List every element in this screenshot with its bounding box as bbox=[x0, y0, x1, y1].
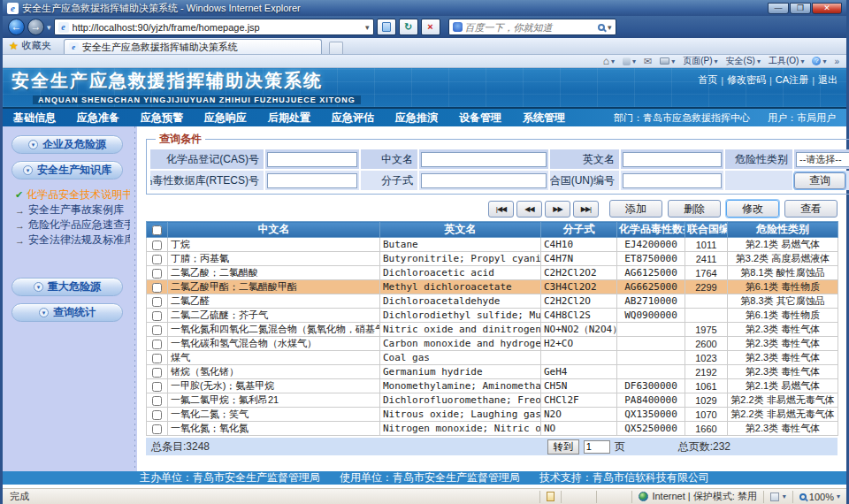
search-dropdown-icon[interactable]: ▾ bbox=[608, 23, 612, 32]
row-checkbox[interactable] bbox=[152, 340, 162, 349]
refresh-button[interactable]: ↻ bbox=[399, 19, 418, 35]
modify-button[interactable]: 修改 bbox=[726, 200, 779, 218]
table-row[interactable]: 二氯乙酸；二氯醋酸Dichloroacetic acidC2H2Cl2O2AG6… bbox=[147, 266, 838, 280]
header-link-2[interactable]: CA注册 bbox=[776, 73, 808, 87]
table-row[interactable]: 一氟二氯甲烷；氟利昂21Dichlorofluoromethane; Freon… bbox=[147, 393, 838, 408]
cas-input[interactable] bbox=[267, 152, 357, 167]
help-menu[interactable]: ?▾ bbox=[812, 57, 826, 65]
table-row[interactable]: 一氧化氮和四氧化二氮混合物（氮氧化物，硝基气，氧化氮气体）Nitric oxid… bbox=[147, 323, 838, 337]
row-checkbox[interactable] bbox=[152, 241, 162, 250]
search-box[interactable]: ▾ bbox=[448, 19, 616, 35]
search-button[interactable]: 查询 bbox=[794, 172, 845, 189]
menu-item-4[interactable]: 后期处置 bbox=[268, 111, 310, 126]
row-checkbox[interactable] bbox=[152, 424, 162, 434]
forward-button[interactable]: → bbox=[27, 19, 44, 35]
table-row[interactable]: 一氧化氮；氧化氮Nitrogen monoxide; Nitric oxideN… bbox=[147, 422, 838, 436]
row-checkbox[interactable] bbox=[152, 255, 162, 264]
row-checkbox[interactable] bbox=[152, 396, 162, 406]
row-checkbox[interactable] bbox=[152, 354, 162, 363]
sidebar-group-2[interactable]: ▾重大危险源 bbox=[11, 278, 123, 296]
main-panel: 查询条件 化学品登记(CAS)号 中文名 英文名 危险性类别 --请选择-- ▼ bbox=[137, 126, 846, 471]
view-button[interactable]: 查看 bbox=[784, 200, 838, 218]
close-button[interactable]: ✕ bbox=[812, 3, 842, 14]
browser-tab[interactable]: e 安全生产应急救援指挥辅助决策系统 bbox=[64, 39, 322, 54]
row-checkbox[interactable] bbox=[152, 368, 162, 378]
menu-item-3[interactable]: 应急响应 bbox=[204, 111, 247, 126]
table-row[interactable]: 二氯乙酸甲酯；二氯醋酸甲酯Methyl dichloroacetateC3H4C… bbox=[147, 280, 838, 294]
first-page-button[interactable]: |◀◀ bbox=[488, 201, 514, 218]
stop-button[interactable]: × bbox=[421, 19, 440, 35]
table-row[interactable]: 煤气Coal gas1023第2.3类 毒性气体 bbox=[147, 351, 838, 365]
page-menu[interactable]: 页面(P)▾ bbox=[683, 55, 717, 67]
table-row[interactable]: 丁烷ButaneC4H10EJ42000001011第2.1类 易燃气体 bbox=[147, 238, 838, 252]
row-checkbox[interactable] bbox=[152, 297, 162, 307]
compatibility-status[interactable]: ▾ bbox=[763, 491, 792, 503]
print-button[interactable]: ▾ bbox=[660, 57, 675, 65]
sidebar-link-1-2[interactable]: →危险化学品应急速查手... bbox=[15, 218, 130, 233]
home-button[interactable]: ⌂▾ bbox=[603, 57, 615, 65]
rtecs-input[interactable] bbox=[267, 173, 357, 188]
menu-item-6[interactable]: 应急推演 bbox=[395, 111, 438, 126]
header-link-0[interactable]: 首页 bbox=[698, 73, 717, 87]
url-dropdown-icon[interactable]: ▾ bbox=[365, 23, 370, 32]
select-all-checkbox[interactable] bbox=[152, 225, 162, 235]
cell-h: 第3.2类 高度易燃液体 bbox=[728, 252, 838, 266]
sidebar-link-1-3[interactable]: →安全法律法规及标准库 bbox=[15, 233, 130, 248]
un-input[interactable] bbox=[623, 173, 722, 188]
table-row[interactable]: 二氯乙醛DichloroacetaldehydeC2H2Cl2OAB271000… bbox=[147, 294, 838, 309]
history-dropdown-icon[interactable]: ▾ bbox=[47, 23, 51, 32]
zoom-control[interactable]: 100% ▾ bbox=[792, 491, 846, 503]
table-row[interactable]: 一氧化二氮；笑气Nitrous oxide; Laughing gasN2OQX… bbox=[147, 408, 838, 422]
row-checkbox[interactable] bbox=[152, 410, 162, 420]
table-row[interactable]: 丁腈；丙基氰Butyronitrile; Propyl cyanideC4H7N… bbox=[147, 252, 838, 266]
safety-menu[interactable]: 安全(S)▾ bbox=[726, 55, 761, 67]
header-link-3[interactable]: 退出 bbox=[818, 73, 838, 87]
menu-item-8[interactable]: 系统管理 bbox=[523, 111, 565, 126]
menu-item-0[interactable]: 基础信息 bbox=[13, 111, 56, 126]
back-button[interactable]: ← bbox=[8, 19, 25, 35]
sidebar-link-1-0[interactable]: ✔化学品安全技术说明书 bbox=[15, 187, 130, 202]
search-input[interactable] bbox=[465, 22, 595, 33]
prev-page-button[interactable]: ◀◀ bbox=[516, 201, 542, 218]
table-row[interactable]: 一氧化碳和氢气混合物（水煤气）Carbon monoxide and hydro… bbox=[147, 337, 838, 351]
sidebar-group-3[interactable]: ▾查询统计 bbox=[11, 303, 123, 322]
tools-menu[interactable]: 工具(O)▾ bbox=[769, 55, 804, 67]
new-tab-button[interactable] bbox=[329, 42, 343, 54]
table-row[interactable]: 锗烷（氢化锗）Germanium hydrideGeH42192第2.3类 毒性… bbox=[147, 365, 838, 379]
maximize-button[interactable]: ❐ bbox=[790, 3, 811, 14]
cn-name-input[interactable] bbox=[421, 152, 547, 167]
en-name-input[interactable] bbox=[623, 152, 722, 167]
add-button[interactable]: 添加 bbox=[609, 200, 662, 218]
sidebar-group-1[interactable]: ▾安全生产知识库 bbox=[11, 161, 123, 179]
row-checkbox[interactable] bbox=[152, 325, 162, 335]
url-field[interactable]: e http://localhost:90/yjzh/frame/homepag… bbox=[54, 19, 374, 35]
row-checkbox[interactable] bbox=[152, 269, 162, 279]
page-number-input[interactable] bbox=[584, 440, 610, 454]
sidebar-link-1-1[interactable]: →安全生产事故案例库 bbox=[15, 202, 130, 218]
menu-item-7[interactable]: 设备管理 bbox=[459, 111, 501, 126]
row-checkbox[interactable] bbox=[152, 382, 162, 392]
table-row[interactable]: 一甲胺(无水)；氨基甲烷Monomethylamine; Aminomethan… bbox=[147, 379, 838, 393]
compatibility-view-button[interactable] bbox=[377, 19, 396, 35]
goto-page-button[interactable]: 转到 bbox=[547, 439, 579, 454]
read-mail-button[interactable]: ✉ bbox=[644, 56, 652, 67]
next-page-button[interactable]: ▶▶ bbox=[545, 201, 570, 218]
delete-button[interactable]: 删除 bbox=[668, 200, 721, 218]
menu-item-1[interactable]: 应急准备 bbox=[77, 111, 119, 126]
last-page-button[interactable]: ▶▶| bbox=[573, 201, 599, 218]
url-text[interactable]: http://localhost:90/yjzh/frame/homepage.… bbox=[73, 22, 362, 33]
favorites-button[interactable]: ★ 收藏夹 bbox=[7, 39, 57, 54]
formula-input[interactable] bbox=[421, 173, 547, 188]
row-checkbox[interactable] bbox=[152, 311, 162, 321]
row-checkbox[interactable] bbox=[152, 283, 162, 293]
sidebar-group-0[interactable]: ▾企业及危险源 bbox=[11, 135, 123, 154]
menu-item-2[interactable]: 应急预警 bbox=[141, 111, 183, 126]
feeds-button[interactable]: ▾ bbox=[623, 57, 636, 65]
hazard-class-select[interactable]: --请选择-- ▼ bbox=[796, 152, 849, 167]
menu-item-5[interactable]: 应急评估 bbox=[332, 111, 374, 126]
header-link-1[interactable]: 修改密码 bbox=[727, 73, 766, 87]
overflow-chevron-icon[interactable]: » bbox=[834, 57, 839, 66]
minimize-button[interactable]: — bbox=[768, 3, 789, 14]
magnifier-icon[interactable] bbox=[598, 24, 605, 31]
table-row[interactable]: 二氯二乙硫醚；芥子气Dichlorodiethyl sulfide; Musta… bbox=[147, 309, 838, 323]
